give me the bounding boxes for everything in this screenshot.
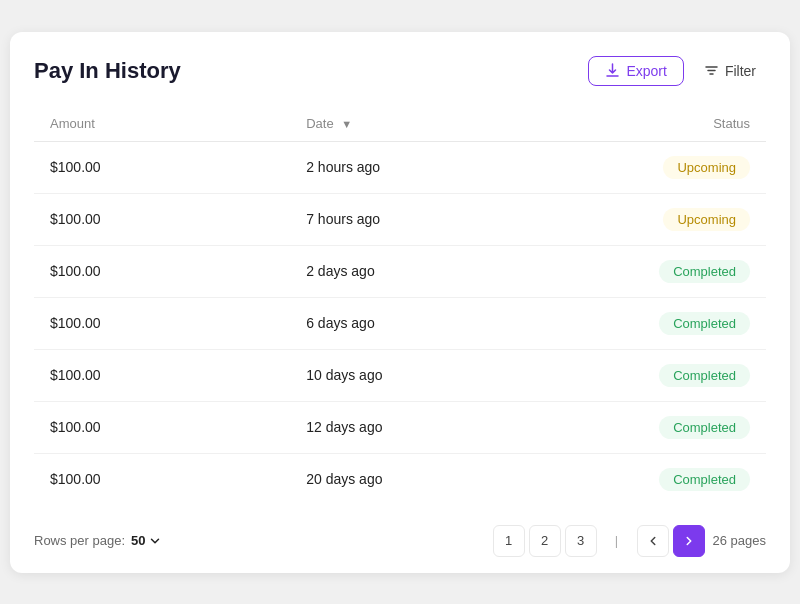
status-cell: Completed	[583, 401, 766, 453]
page-header: Pay In History Export Filter	[34, 56, 766, 86]
filter-label: Filter	[725, 63, 756, 79]
status-cell: Completed	[583, 245, 766, 297]
table-row: $100.006 days agoCompleted	[34, 297, 766, 349]
export-label: Export	[626, 63, 666, 79]
amount-cell: $100.00	[34, 453, 290, 505]
status-column-header: Status	[583, 106, 766, 142]
filter-icon	[704, 63, 719, 78]
header-actions: Export Filter	[588, 56, 766, 86]
prev-page-button[interactable]	[637, 525, 669, 557]
table-row: $100.007 hours agoUpcoming	[34, 193, 766, 245]
pagination-dots: |	[601, 525, 633, 557]
table-header-row: Amount Date ▼ Status	[34, 106, 766, 142]
rows-per-page-control: Rows per page: 50	[34, 533, 162, 548]
table-row: $100.0020 days agoCompleted	[34, 453, 766, 505]
amount-cell: $100.00	[34, 349, 290, 401]
amount-cell: $100.00	[34, 193, 290, 245]
amount-cell: $100.00	[34, 245, 290, 297]
status-badge: Completed	[659, 260, 750, 283]
rows-per-page-value: 50	[131, 533, 145, 548]
filter-button[interactable]: Filter	[694, 57, 766, 85]
pay-in-history-card: Pay In History Export Filter Amount	[10, 32, 790, 573]
date-cell: 12 days ago	[290, 401, 583, 453]
rows-per-page-label: Rows per page:	[34, 533, 125, 548]
date-cell: 7 hours ago	[290, 193, 583, 245]
status-badge: Upcoming	[663, 208, 750, 231]
chevron-left-icon	[646, 534, 660, 548]
table-body: $100.002 hours agoUpcoming$100.007 hours…	[34, 141, 766, 505]
rows-per-page-select[interactable]: 50	[131, 533, 161, 548]
pagination: 1 2 3 | 26 pages	[493, 525, 767, 557]
page-1-button[interactable]: 1	[493, 525, 525, 557]
date-cell: 2 days ago	[290, 245, 583, 297]
table-footer: Rows per page: 50 1 2 3 |	[34, 519, 766, 557]
page-2-button[interactable]: 2	[529, 525, 561, 557]
status-badge: Upcoming	[663, 156, 750, 179]
status-cell: Completed	[583, 349, 766, 401]
status-cell: Upcoming	[583, 141, 766, 193]
status-badge: Completed	[659, 312, 750, 335]
date-cell: 20 days ago	[290, 453, 583, 505]
next-page-button[interactable]	[673, 525, 705, 557]
amount-cell: $100.00	[34, 401, 290, 453]
amount-column-header: Amount	[34, 106, 290, 142]
page-title: Pay In History	[34, 58, 181, 84]
table-row: $100.0010 days agoCompleted	[34, 349, 766, 401]
status-badge: Completed	[659, 468, 750, 491]
table-row: $100.0012 days agoCompleted	[34, 401, 766, 453]
status-badge: Completed	[659, 364, 750, 387]
sort-icon: ▼	[341, 118, 352, 130]
chevron-right-icon	[682, 534, 696, 548]
download-icon	[605, 63, 620, 78]
pages-label: 26 pages	[713, 533, 767, 548]
date-cell: 10 days ago	[290, 349, 583, 401]
date-column-header[interactable]: Date ▼	[290, 106, 583, 142]
chevron-down-icon	[148, 534, 162, 548]
status-cell: Upcoming	[583, 193, 766, 245]
status-cell: Completed	[583, 453, 766, 505]
date-cell: 6 days ago	[290, 297, 583, 349]
amount-cell: $100.00	[34, 297, 290, 349]
status-cell: Completed	[583, 297, 766, 349]
export-button[interactable]: Export	[588, 56, 683, 86]
table-row: $100.002 hours agoUpcoming	[34, 141, 766, 193]
date-cell: 2 hours ago	[290, 141, 583, 193]
amount-cell: $100.00	[34, 141, 290, 193]
table-row: $100.002 days agoCompleted	[34, 245, 766, 297]
status-badge: Completed	[659, 416, 750, 439]
pay-in-table: Amount Date ▼ Status $100.002 hours agoU…	[34, 106, 766, 505]
page-3-button[interactable]: 3	[565, 525, 597, 557]
